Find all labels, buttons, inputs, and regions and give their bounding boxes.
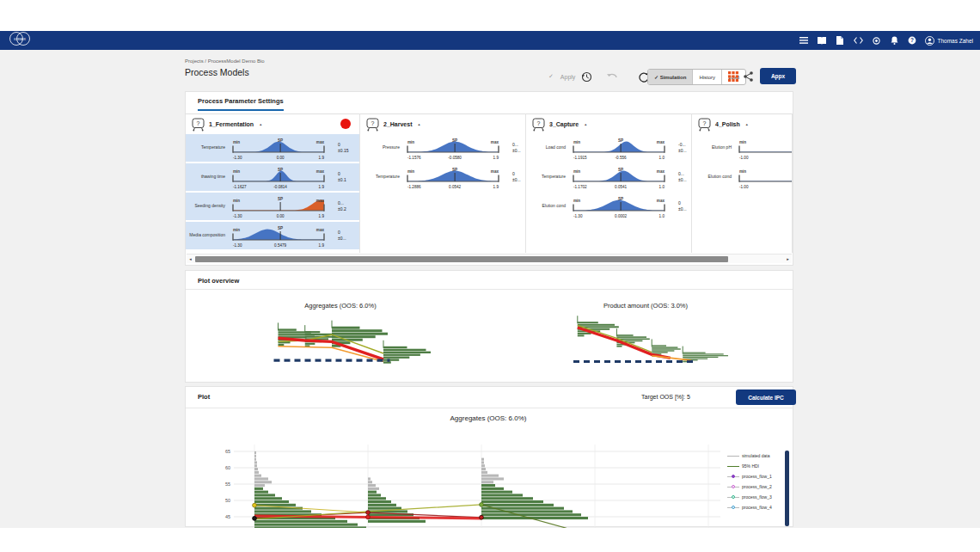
legend-item-process_flow_3[interactable]: process_flow_3	[727, 492, 782, 502]
svg-text:max: max	[657, 199, 665, 203]
user-icon	[925, 36, 934, 46]
svg-text:max: max	[657, 169, 665, 174]
svg-text:max: max	[316, 199, 325, 203]
breadcrumb[interactable]: Projects / ProcessModel Demo Bio	[185, 58, 265, 64]
scroll-left-icon[interactable]: ◂	[187, 255, 194, 263]
svg-text:SP: SP	[278, 138, 283, 143]
param-row-temperature: Temperature minSPmax -1.17020.05411.0 0.…	[526, 163, 691, 191]
param-label: Seeding density	[186, 204, 228, 209]
tab-process-parameter-settings[interactable]: Process Parameter Settings	[198, 97, 284, 111]
card-title: 1_Fermentation	[209, 121, 254, 127]
svg-text:1.9: 1.9	[319, 243, 325, 248]
mini-chart-product-svg	[542, 311, 749, 370]
legend-item-simulated-data[interactable]: simulated data	[727, 451, 782, 461]
legend-scrollbar[interactable]	[785, 451, 789, 526]
collapse-icon[interactable]: ▲	[745, 122, 749, 126]
target-oos-value[interactable]: 5	[687, 394, 690, 400]
target-oos-label: Target OOS [%]:	[641, 394, 685, 400]
svg-text:45: 45	[225, 514, 230, 519]
parameter-slider[interactable]: minSPmax -1.17020.05411.0	[568, 163, 678, 191]
parameter-slider[interactable]: min -1.00	[734, 163, 793, 191]
legend-item-95%-hdi[interactable]: 95% HDI	[727, 461, 782, 471]
grid-layout-icon[interactable]	[726, 70, 740, 83]
card-title: 2_Harvest	[383, 121, 412, 127]
card-title: 4_Polish	[715, 121, 740, 127]
toggle-history[interactable]: History	[693, 70, 722, 84]
svg-text:SP: SP	[618, 197, 623, 201]
legend-item-process_flow_4[interactable]: process_flow_4	[727, 502, 782, 512]
scrollbar-thumb[interactable]	[195, 256, 728, 262]
svg-text:-1.30: -1.30	[233, 214, 242, 218]
plot-panel: Plot Target OOS [%]: 5 Calculate IPC Agg…	[185, 386, 793, 527]
mini-chart-title: Aggregates (OOS: 6.0%)	[233, 302, 448, 310]
notifications-icon[interactable]	[889, 35, 899, 46]
parameter-slider[interactable]: minSPmax -1.300.001.9	[228, 193, 338, 220]
share-icon[interactable]	[741, 70, 755, 83]
legend-swatch	[727, 494, 739, 500]
parameter-slider[interactable]: minSPmax -1.300.001.9	[228, 134, 338, 162]
parameter-slider[interactable]: minSPmax -1.300.00021.0	[568, 193, 678, 220]
param-row-elution-ph: Elution pH min -1.00	[692, 134, 792, 162]
legend-swatch	[727, 463, 739, 469]
unit-operation-icon: ?	[191, 117, 205, 132]
calculate-ipc-button[interactable]: Calculate IPC	[736, 389, 796, 405]
parameter-slider[interactable]: minSPmax -1.300.54791.9	[228, 222, 338, 249]
user-menu[interactable]: Thomas Zahel	[925, 36, 973, 46]
svg-text:-1.1702: -1.1702	[573, 185, 587, 189]
legend-item-process_flow_2[interactable]: process_flow_2	[727, 481, 782, 492]
svg-text:60: 60	[225, 465, 230, 470]
process-card-4_polish: ? 4_Polish ▲ Elution pH min -1.00 Elutio…	[692, 113, 793, 253]
help-icon[interactable]: ?	[907, 35, 917, 46]
svg-text:?: ?	[537, 120, 541, 126]
manual-icon[interactable]	[817, 35, 827, 46]
menu-icon[interactable]	[799, 35, 809, 46]
unit-operation-icon: ?	[365, 117, 380, 132]
parameter-slider[interactable]: minSPmax -1.28860.05421.9	[402, 163, 512, 191]
process-card-2_harvest: ? 2_Harvest ▲ Pressure minSPmax -1.1576-…	[360, 113, 526, 253]
parameter-slider[interactable]: minSPmax -1.1576-0.05801.9	[402, 134, 512, 162]
mini-chart-aggregates-svg	[233, 311, 448, 370]
card-header-3_capture[interactable]: ? 3_Capture ▲	[526, 113, 691, 134]
scroll-right-icon[interactable]: ▸	[784, 255, 792, 263]
code-icon[interactable]	[853, 35, 863, 46]
parameter-slider[interactable]: min -1.00	[734, 134, 793, 162]
svg-text:-1.30: -1.30	[233, 243, 242, 248]
status-icon[interactable]	[871, 35, 881, 46]
legend-label: process_flow_4	[742, 505, 772, 510]
plot-overview-panel: Plot overview Aggregates (OOS: 6.0%) Pro…	[185, 270, 793, 383]
koerber-logo[interactable]: KÖRBER	[7, 31, 33, 50]
svg-text:min: min	[739, 169, 746, 174]
svg-text:SP: SP	[278, 226, 283, 230]
param-label: Pressure	[360, 145, 402, 150]
cards-row: ? 1_Fermentation ▲ Temperature minSPmax …	[186, 113, 793, 253]
collapse-icon[interactable]: ▲	[417, 122, 420, 126]
check-icon: ✓	[548, 73, 554, 80]
svg-text:min: min	[573, 199, 580, 203]
collapse-icon[interactable]: ▲	[259, 122, 262, 126]
param-label: Elution pH	[692, 145, 734, 150]
svg-text:min: min	[233, 169, 240, 174]
card-header-2_harvest[interactable]: ? 2_Harvest ▲	[360, 113, 525, 134]
legend-item-process_flow_1[interactable]: process_flow_1	[727, 471, 782, 481]
svg-text:0.0541: 0.0541	[615, 185, 627, 189]
card-header-4_polish[interactable]: ? 4_Polish ▲	[692, 113, 792, 134]
appx-button[interactable]: Appx	[760, 68, 796, 84]
undo-icon[interactable]	[605, 70, 619, 83]
toggle-simulation[interactable]: ✓ Simulation	[648, 70, 693, 84]
svg-text:50: 50	[225, 498, 230, 503]
svg-text:1.9: 1.9	[319, 214, 325, 218]
parameter-slider[interactable]: minSPmax -1.1627-0.08141.9	[228, 163, 338, 191]
collapse-icon[interactable]: ▲	[584, 122, 587, 126]
card-header-1_fermentation[interactable]: ? 1_Fermentation ▲	[186, 113, 359, 134]
svg-text:?: ?	[910, 37, 914, 43]
svg-text:1.9: 1.9	[493, 156, 499, 160]
apply-button-disabled[interactable]: ✓ Apply	[548, 69, 575, 84]
svg-text:1.0: 1.0	[659, 185, 665, 189]
svg-text:0.00: 0.00	[277, 156, 285, 160]
parameter-slider[interactable]: minSPmax -1.1915-0.5561.0	[568, 134, 678, 162]
legend-label: 95% HDI	[742, 463, 759, 469]
restore-history-icon[interactable]	[579, 70, 593, 83]
chart-legend: simulated data 95% HDI process_flow_1 pr…	[727, 451, 782, 512]
param-label: Elution cond	[526, 204, 568, 209]
document-icon[interactable]	[835, 35, 845, 46]
